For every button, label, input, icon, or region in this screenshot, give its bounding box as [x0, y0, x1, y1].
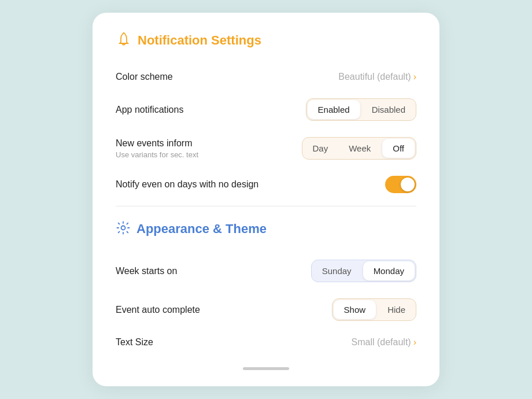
event-auto-show-btn[interactable]: Show: [334, 300, 376, 319]
notify-no-design-label: Notify even on days with no design: [116, 179, 258, 190]
notify-no-design-row: Notify even on days with no design: [116, 168, 416, 201]
scroll-bar: [243, 367, 289, 370]
new-events-label-group: New events inform Use variants for sec. …: [116, 138, 198, 159]
gear-icon: [116, 220, 131, 238]
settings-card: Notification Settings Color scheme Beaut…: [93, 13, 439, 386]
section-divider: [116, 206, 416, 206]
week-starts-monday-btn[interactable]: Monday: [363, 261, 415, 280]
notification-section-title: Notification Settings: [138, 33, 261, 48]
week-starts-label: Week starts on: [116, 266, 177, 276]
appearance-section-header: Appearance & Theme: [116, 220, 416, 238]
color-scheme-row: Color scheme Beautiful (default) ›: [116, 64, 416, 90]
event-auto-hide-btn[interactable]: Hide: [377, 299, 416, 320]
svg-point-0: [123, 32, 124, 34]
event-auto-complete-label: Event auto complete: [116, 305, 200, 315]
color-scheme-label: Color scheme: [116, 72, 173, 82]
app-notifications-segmented: Enabled Disabled: [306, 98, 416, 121]
text-size-row: Text Size Small (default) ›: [116, 329, 416, 356]
new-events-segmented: Day Week Off: [302, 137, 417, 160]
toggle-thumb: [401, 178, 415, 191]
bell-icon: [116, 31, 132, 50]
new-events-sublabel: Use variants for sec. text: [116, 150, 198, 159]
text-size-label: Text Size: [116, 337, 153, 348]
app-notifications-disabled-btn[interactable]: Disabled: [361, 99, 416, 120]
color-scheme-value[interactable]: Beautiful (default) ›: [338, 72, 416, 82]
color-scheme-chevron: ›: [413, 72, 416, 82]
week-starts-segmented: Sunday Monday: [311, 260, 416, 282]
scroll-indicator: [116, 367, 416, 370]
app-notifications-enabled-btn[interactable]: Enabled: [308, 100, 360, 119]
notification-section-header: Notification Settings: [116, 31, 416, 50]
new-events-row: New events inform Use variants for sec. …: [116, 129, 416, 168]
event-auto-complete-segmented: Show Hide: [332, 298, 416, 321]
new-events-week-btn[interactable]: Week: [338, 138, 381, 159]
text-size-chevron: ›: [413, 337, 416, 348]
notify-no-design-toggle[interactable]: [385, 176, 416, 193]
new-events-day-btn[interactable]: Day: [302, 138, 339, 159]
text-size-value[interactable]: Small (default) ›: [352, 337, 416, 348]
new-events-label: New events inform: [116, 138, 198, 149]
app-notifications-label: App notifications: [116, 105, 183, 115]
svg-point-1: [121, 226, 125, 230]
app-notifications-row: App notifications Enabled Disabled: [116, 90, 416, 129]
week-starts-sunday-btn[interactable]: Sunday: [312, 260, 362, 282]
week-starts-row: Week starts on Sunday Monday: [116, 252, 416, 290]
event-auto-complete-row: Event auto complete Show Hide: [116, 290, 416, 329]
appearance-section-title: Appearance & Theme: [136, 221, 267, 237]
new-events-off-btn[interactable]: Off: [382, 139, 415, 158]
